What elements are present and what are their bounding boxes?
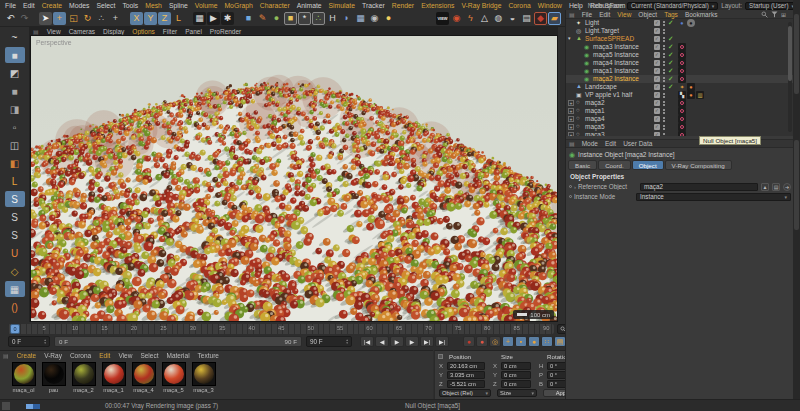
coord-field-position-x[interactable]: 20.163 cm [447, 362, 485, 370]
editor-enable-checkbox[interactable]: ✓ [654, 100, 660, 106]
enabled-check-icon[interactable]: ✓ [668, 67, 673, 75]
add-joint-button[interactable]: H [326, 12, 339, 25]
spinner-icon[interactable]: ▴▾ [346, 339, 348, 345]
expander-icon[interactable]: + [568, 116, 574, 122]
object-row-ma-a3-instance[interactable]: ◉maça3 Instance✓✓ [566, 43, 794, 51]
editor-enable-checkbox[interactable]: ✓ [654, 124, 660, 130]
texture-axis-tool-icon[interactable]: S [5, 209, 25, 225]
menu-v-ray-bridge[interactable]: V-Ray Bridge [461, 2, 501, 9]
ring-tag-icon[interactable] [678, 99, 686, 107]
key-parameter-button[interactable]: ∷ [541, 336, 553, 347]
enabled-check-icon[interactable]: ✓ [668, 59, 673, 67]
axis-tool[interactable]: + [109, 12, 122, 25]
coord-mode-select[interactable]: Object (Rel) ▾ [439, 389, 491, 397]
goto-start-button[interactable]: |◀ [360, 336, 374, 347]
object-row-ma-a1-instance[interactable]: ◉maça1 Instance✓✓ [566, 67, 794, 75]
material-item[interactable]: pau [40, 362, 67, 393]
editor-enable-checkbox[interactable]: ✓ [654, 116, 660, 122]
vray-ipr-button[interactable]: ϟ [464, 12, 477, 25]
vray-render-button[interactable]: ◉ [450, 12, 463, 25]
material-menu-select[interactable]: Select [140, 352, 158, 359]
om-menu-object[interactable]: Object [638, 11, 657, 18]
vray-vfb-button[interactable]: ▤ [520, 12, 533, 25]
texture-mode-icon[interactable]: ◩ [5, 65, 25, 81]
lock-z-button[interactable]: Z [158, 12, 171, 25]
editor-enable-checkbox[interactable]: ✓ [654, 36, 660, 42]
tab-coord[interactable]: Coord. [598, 160, 631, 170]
key-rotation-button[interactable]: ● [528, 336, 540, 347]
link-icon[interactable]: ▲ [761, 183, 769, 191]
material-menu-corona[interactable]: Corona [70, 352, 91, 359]
editor-enable-checkbox[interactable]: ✓ [654, 28, 660, 34]
material-item[interactable]: maça_ol [10, 362, 37, 393]
tab-v-ray-compositing[interactable]: V-Ray Compositing [665, 160, 732, 170]
checker-tag-icon[interactable]: ▚ [678, 91, 686, 99]
record-button[interactable]: ● [463, 336, 475, 347]
editor-enable-checkbox[interactable]: ✓ [654, 84, 660, 90]
scrollbar-thumb[interactable] [788, 26, 792, 81]
editor-enable-checkbox[interactable]: ✓ [654, 60, 660, 66]
material-menu-edit[interactable]: Edit [99, 352, 110, 359]
visibility-dots-icon[interactable] [663, 117, 665, 119]
expander-icon[interactable]: + [568, 124, 574, 130]
coord-field-size-x[interactable]: 0 cm [501, 362, 531, 370]
size-mode-select[interactable]: Size ▾ [497, 389, 537, 397]
om-menu-view[interactable]: View [617, 11, 631, 18]
quantize-icon[interactable]: () [5, 299, 25, 315]
menu-spline[interactable]: Spline [169, 2, 188, 9]
editor-enable-checkbox[interactable]: ✓ [654, 108, 660, 114]
ring-tag-icon[interactable] [678, 75, 686, 83]
material-menu-material[interactable]: Material [166, 352, 189, 359]
ring-tag-icon[interactable] [678, 123, 686, 131]
keyframe-selection-button[interactable]: ◎ [489, 336, 501, 347]
enabled-check-icon[interactable]: ✓ [668, 43, 673, 51]
render-picture-viewer-button[interactable]: ▶ [207, 12, 220, 25]
menu-volume[interactable]: Volume [195, 2, 218, 9]
spinner-icon[interactable]: ▴▾ [44, 339, 46, 345]
coords-checkbox[interactable] [438, 354, 443, 359]
enabled-check-icon[interactable]: ✓ [668, 83, 673, 91]
add-environment-button[interactable]: ▦ [354, 12, 367, 25]
object-row-ma-a5-instance[interactable]: ◉maça5 Instance✓✓ [566, 51, 794, 59]
texture-tool-icon[interactable]: S [5, 191, 25, 207]
ring-tag-icon[interactable] [678, 107, 686, 115]
vray-folder-button[interactable]: ▰ [548, 12, 561, 25]
material-item[interactable]: maça_5 [160, 362, 187, 393]
editor-enable-checkbox[interactable]: ✓ [654, 76, 660, 82]
object-row-ma-a4-instance[interactable]: ◉maça4 Instance✓✓ [566, 59, 794, 67]
menu-modes[interactable]: Modes [69, 2, 89, 9]
editor-enable-checkbox[interactable]: ✓ [654, 20, 660, 26]
viewport-menu-panel[interactable]: Panel [185, 28, 202, 35]
render-view[interactable] [31, 36, 557, 321]
playhead[interactable]: 0 [10, 324, 20, 334]
render-settings-button[interactable]: ✱ [221, 12, 234, 25]
workplane-icon[interactable]: ▦ [5, 281, 25, 297]
enabled-check-icon[interactable]: ✓ [668, 35, 673, 43]
material-menu-texture[interactable]: Texture [198, 352, 219, 359]
material-menu-create[interactable]: Create [17, 352, 37, 359]
point-mode-icon[interactable]: ▫ [5, 119, 25, 135]
visibility-dots-icon[interactable] [663, 45, 665, 47]
lock-x-button[interactable]: X [130, 12, 143, 25]
browse-icon[interactable]: ▤ [772, 183, 780, 191]
material-item[interactable]: maça_4 [130, 362, 157, 393]
visibility-dots-icon[interactable] [663, 21, 665, 23]
vray-light-button[interactable]: △ [478, 12, 491, 25]
record-active-objects-button[interactable]: ● [476, 336, 488, 347]
viewport-menu-options[interactable]: Options [132, 28, 154, 35]
film-tag-icon[interactable]: ▥ [696, 91, 704, 99]
object-row-light-target[interactable]: ◎Light.Target✓ [566, 27, 794, 35]
add-light-button[interactable]: ● [382, 12, 395, 25]
key-position-button[interactable]: + [502, 336, 514, 347]
material-thumbnail[interactable] [42, 362, 66, 386]
object-row-ma-a2-instance[interactable]: ◉maça2 Instance✓✓ [566, 75, 794, 83]
material-thumbnail[interactable] [12, 362, 36, 386]
menu-corona[interactable]: Corona [508, 2, 530, 9]
enabled-check-icon[interactable]: ✓ [668, 19, 673, 27]
editor-enable-checkbox[interactable]: ✓ [654, 132, 660, 136]
om-menu-edit[interactable]: Edit [599, 11, 610, 18]
visibility-dots-icon[interactable] [663, 133, 665, 135]
polygon-mode-icon[interactable]: ◧ [5, 155, 25, 171]
coord-field-size-z[interactable]: 0 cm [501, 380, 531, 388]
enabled-check-icon[interactable]: ✓ [668, 51, 673, 59]
